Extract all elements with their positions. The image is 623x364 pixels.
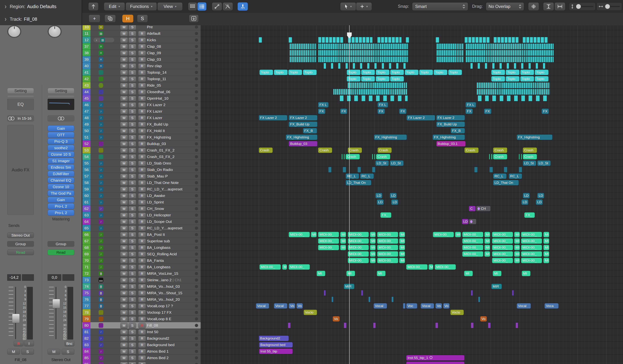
region-vocal[interactable]: Vocal [517, 303, 531, 309]
record-enable-button[interactable]: R [138, 290, 146, 296]
track-name[interactable]: Kicks [147, 37, 192, 43]
track-disclosure[interactable]: ›▦ [93, 38, 114, 43]
region-midi-00-[interactable]: MIDI-00_ [521, 232, 542, 237]
region-ld[interactable]: LD [521, 199, 528, 205]
pointer-tool-menu[interactable]: ▾ [340, 2, 356, 11]
record-enable-button[interactable]: R [138, 57, 146, 62]
region-ld-st[interactable]: LD_St [390, 160, 404, 166]
track-header-row[interactable]: 66♪MSRBA_Post It [82, 231, 201, 238]
mute-button[interactable]: M [120, 232, 128, 237]
track-header-row[interactable]: 55♪MSRLD_Stab Oreo [82, 160, 201, 167]
record-enable-button[interactable]: R [138, 238, 146, 244]
track-number[interactable]: 48 [83, 115, 90, 121]
record-enable-button[interactable]: R [138, 245, 146, 251]
region-midi-00-[interactable]: MIDI-00_ [318, 232, 339, 237]
record-enable-button[interactable]: R [138, 115, 146, 121]
track-name[interactable]: BA_Longbass [147, 264, 192, 270]
region-clip[interactable] [372, 154, 373, 159]
track-number[interactable]: 39 [83, 56, 90, 63]
region-fx-lazer-2[interactable]: FX Lazer 2 [259, 115, 287, 121]
region-clip[interactable] [344, 322, 346, 328]
mute-button[interactable]: M [120, 102, 128, 108]
plugin-slot-channel-eq[interactable]: Channel EQ [47, 177, 74, 183]
track-number[interactable]: 42 [83, 76, 90, 82]
mute-button[interactable]: M [120, 245, 128, 251]
record-enable-button[interactable]: R [138, 362, 146, 364]
track-name[interactable]: FX Lazer [147, 115, 192, 121]
mute-button[interactable]: M [120, 258, 128, 263]
track-name[interactable]: Crash_03_FX_2 [147, 153, 192, 160]
region-clip[interactable] [372, 167, 376, 172]
region-mi[interactable]: MI [428, 264, 433, 270]
solo-button[interactable]: S [129, 303, 136, 309]
region-midi-00-[interactable]: MIDI-00_ [492, 232, 513, 237]
crossfade-tool-button[interactable] [223, 2, 233, 11]
mute-button[interactable]: M [120, 219, 128, 225]
solo-button[interactable]: S [129, 226, 136, 231]
region-voclo[interactable]: Voclo [304, 310, 317, 315]
region-toplo[interactable]: Toplo [259, 69, 273, 75]
region-mi[interactable]: MI [484, 232, 490, 237]
mute-button[interactable]: M [47, 349, 60, 355]
track-header-row[interactable]: 74MSRMIRA_Vo...hout_03 [82, 283, 201, 290]
mute-button[interactable]: M [120, 342, 128, 348]
region-clip[interactable] [504, 167, 507, 172]
region-midi-00-[interactable]: MIDI-00_ [492, 251, 513, 257]
track-number[interactable]: 55 [83, 160, 90, 166]
track-name[interactable]: LD_Scope Out [147, 218, 192, 225]
track-header-row[interactable]: 70♪MSRBA_Fanta [82, 257, 201, 264]
region-clip[interactable] [519, 167, 522, 172]
record-enable-button[interactable]: R [138, 200, 146, 205]
track-header-row[interactable]: 39✕MSRClap_03 [82, 56, 201, 63]
region-audio-hits[interactable] [478, 95, 550, 101]
solo-button[interactable]: S [129, 57, 136, 62]
region-midi-00-[interactable]: MIDI-00_ [462, 251, 483, 257]
record-enable-button[interactable]: R [138, 148, 146, 153]
drag-select[interactable]: No Overlap [486, 2, 524, 11]
mute-button[interactable]: M [120, 316, 128, 322]
region-clip[interactable] [332, 297, 334, 302]
track-name[interactable]: FX Lazer [147, 108, 192, 114]
region-mi[interactable]: MI [522, 271, 531, 276]
mute-button[interactable]: M [120, 200, 128, 205]
region-midi-00-[interactable]: MIDI-00_ [521, 238, 542, 244]
region-clip[interactable] [474, 167, 478, 172]
region-midi-00-[interactable]: MIDI-00_ [377, 245, 398, 250]
record-enable-button[interactable]: R [138, 329, 146, 335]
region-midi-00-[interactable]: MIDI-00_ [521, 251, 542, 257]
region-mi[interactable]: MI [399, 232, 405, 237]
region-clip[interactable] [436, 37, 439, 43]
view-menu[interactable]: View▾ [157, 2, 183, 11]
track-number[interactable]: 67 [83, 238, 90, 244]
mute-button[interactable]: M [120, 180, 128, 186]
eq-slot[interactable]: EQ [7, 99, 34, 110]
track-number[interactable]: 57 [83, 173, 90, 179]
record-enable-button[interactable]: R [138, 31, 146, 36]
mute-button[interactable]: M [120, 83, 128, 88]
solo-button[interactable]: S [129, 349, 136, 354]
region-mi[interactable]: MI [370, 232, 376, 237]
region-mi[interactable]: MI [514, 251, 520, 257]
record-enable-button[interactable]: R [138, 258, 146, 263]
solo-button[interactable]: S [129, 329, 136, 335]
catch-playhead-button[interactable] [189, 15, 199, 22]
track-number[interactable]: 41 [83, 69, 90, 76]
track-name[interactable]: BA_Post It [147, 231, 192, 238]
solo-button[interactable]: S [129, 187, 136, 192]
track-name[interactable]: LD_Sprint [147, 199, 192, 205]
region-ld-st[interactable]: LD_St [375, 160, 389, 166]
solo-button[interactable]: S [129, 310, 136, 315]
region-crash[interactable]: Crash [318, 147, 332, 153]
record-enable-button[interactable]: R [138, 122, 146, 127]
track-number[interactable]: 84 [83, 348, 90, 354]
mute-button[interactable]: M [120, 297, 128, 302]
plugin-slot-soothe2[interactable]: soothe2 [47, 145, 74, 151]
plugin-slot-pro-q-3[interactable]: Pro-Q 3 [47, 138, 74, 144]
mute-button[interactable]: M [120, 349, 128, 354]
region-vocal[interactable]: Vocal [256, 303, 269, 309]
solo-button[interactable]: S [129, 135, 136, 140]
region-audio-hits[interactable] [348, 37, 372, 43]
track-header-row[interactable]: 62♪MSRCH_Snow [82, 205, 201, 212]
track-header-row[interactable]: 75MSRMIRA_Vo...Shout_15 [82, 290, 201, 296]
hide-tracks-button[interactable]: H [122, 15, 134, 22]
